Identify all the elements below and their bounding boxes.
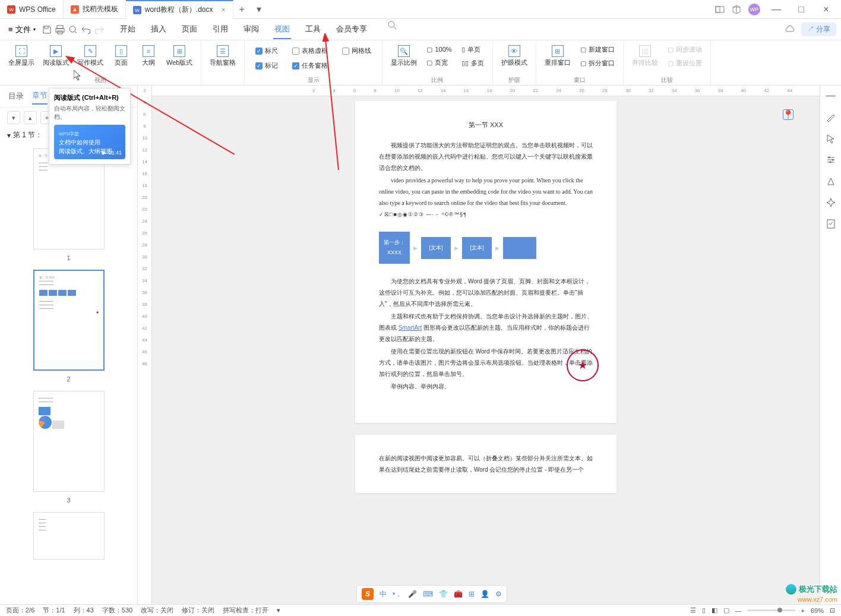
multi-page-button[interactable]: ▯▯ 多页: [458, 58, 488, 69]
nav-collapse-button[interactable]: ▾: [7, 111, 20, 124]
mark-checkbox[interactable]: ✓标记: [252, 60, 282, 71]
eye-protection-button[interactable]: 👁护眼模式: [498, 43, 531, 70]
nav-tab-toc[interactable]: 目录: [8, 91, 24, 104]
print-icon[interactable]: [55, 24, 65, 35]
menu-tab-view[interactable]: 视图: [273, 20, 291, 39]
cube-icon[interactable]: [732, 5, 741, 14]
menu-tab-page[interactable]: 页面: [181, 20, 198, 39]
cloud-icon[interactable]: [785, 24, 795, 35]
maximize-button[interactable]: □: [792, 4, 810, 15]
gridlines-checkbox[interactable]: 网格线: [339, 45, 375, 56]
reading-mode-button[interactable]: ▶阅读版式: [39, 43, 72, 70]
tab-add-button[interactable]: +: [233, 4, 251, 15]
nav-up-button[interactable]: ▴: [24, 111, 37, 124]
ime-toolbox-icon[interactable]: 🧰: [454, 590, 463, 598]
tab-document[interactable]: W word教程（新）.docx ×: [126, 0, 233, 19]
document-scroll[interactable]: 2468101214161820222426283032343638404244…: [152, 86, 820, 604]
ime-settings-icon[interactable]: ⚙: [495, 590, 502, 598]
zoom-ratio-button[interactable]: 🔍显示比例: [387, 43, 420, 70]
nav-pane-button[interactable]: ☰导航窗格: [206, 43, 239, 70]
document-area: 2468101214161820222426283032343638404244…: [138, 86, 820, 604]
save-icon[interactable]: [42, 24, 52, 35]
ad-icon[interactable]: [715, 5, 725, 14]
view-read-icon[interactable]: ▢: [723, 606, 729, 614]
file-menu[interactable]: ≡文件▾: [5, 24, 39, 35]
view-mode-icon[interactable]: ☰: [690, 606, 696, 614]
print-preview-icon[interactable]: [68, 24, 78, 35]
minimize-button[interactable]: —: [767, 4, 785, 15]
label: 同步滚动: [676, 45, 702, 54]
status-page[interactable]: 页面：2/6: [6, 606, 34, 615]
menu-tab-start[interactable]: 开始: [119, 20, 137, 39]
status-words[interactable]: 字数：530: [102, 606, 132, 615]
ime-mic-icon[interactable]: 🎤: [408, 590, 417, 598]
select-icon[interactable]: [826, 133, 836, 144]
writing-mode-button[interactable]: ✎写作模式: [74, 43, 107, 70]
status-spellcheck[interactable]: 拼写检查：打开: [223, 606, 268, 615]
page-width-button[interactable]: ▢ 页宽: [423, 57, 455, 68]
web-layout-button[interactable]: ⊞Web版式: [163, 43, 196, 70]
nav-tab-chapter[interactable]: 章节: [32, 90, 48, 105]
page-layout-button[interactable]: ▯页面: [108, 43, 134, 70]
single-page-button[interactable]: ▯ 单页: [458, 44, 488, 55]
status-revision[interactable]: 修订：关闭: [182, 606, 214, 615]
tab-menu-button[interactable]: ▾: [251, 4, 267, 15]
undo-icon[interactable]: [81, 24, 91, 35]
status-section[interactable]: 节：1/1: [43, 606, 65, 615]
zoom-out-button[interactable]: —: [735, 607, 742, 614]
ime-grid-icon[interactable]: ⊞: [469, 590, 475, 598]
task-pane-checkbox[interactable]: ✓任务窗格: [289, 60, 331, 71]
fit-button[interactable]: ⊡: [830, 606, 835, 614]
new-window-button[interactable]: ▢ 新建窗口: [577, 44, 618, 55]
thumbnail-2[interactable]: 第一节 XXX━━━━━━━━━━━━━━━━━━━━━━━━━━━━━━━━━…: [33, 270, 105, 371]
zoom-level[interactable]: 69%: [811, 607, 824, 614]
pen-icon[interactable]: [826, 112, 836, 122]
avatar[interactable]: WP: [748, 4, 760, 15]
view-page-icon[interactable]: ▯: [702, 606, 706, 614]
status-menu-icon[interactable]: ▾: [277, 606, 280, 614]
status-overwrite[interactable]: 改写：关闭: [141, 606, 173, 615]
menu-tab-reference[interactable]: 引用: [211, 20, 229, 39]
ime-toolbar[interactable]: S 中 •， 🎤 ⌨ 👕 🧰 ⊞ 👤 ⚙: [356, 585, 507, 603]
ime-lang-button[interactable]: 中: [380, 589, 387, 599]
menu-tab-review[interactable]: 审阅: [242, 20, 260, 39]
ime-keyboard-icon[interactable]: ⌨: [423, 590, 433, 598]
zoom-100-button[interactable]: ▢ 100%: [423, 45, 455, 55]
bookmark-icon[interactable]: [826, 219, 836, 229]
search-icon[interactable]: [387, 20, 398, 31]
outline-button[interactable]: ≡大纲: [135, 43, 162, 70]
fullscreen-button[interactable]: ⛶全屏显示: [5, 43, 38, 70]
rearrange-window-button[interactable]: ⊞重排窗口: [541, 43, 574, 70]
label: 任务窗格: [302, 61, 328, 70]
redo-icon[interactable]: [94, 24, 105, 35]
settings-icon[interactable]: [826, 154, 836, 165]
close-icon[interactable]: ×: [222, 6, 226, 14]
split-window-button[interactable]: ▢ 拆分窗口: [577, 58, 618, 69]
view-web-icon[interactable]: ◧: [712, 606, 717, 614]
tooltip-video[interactable]: WPS学堂 文档中如何使用 阅读版式、大纲视图 ▶ 01:41: [54, 125, 125, 159]
zoom-in-button[interactable]: +: [801, 607, 805, 614]
menu-tab-tools[interactable]: 工具: [304, 20, 322, 39]
share-button[interactable]: ↗ 分享: [801, 23, 836, 36]
close-button[interactable]: ×: [817, 4, 835, 15]
document-page[interactable]: 第一节 XXX 视频提供了功能强大的方法帮助您证明您的观点。当您单击联机视频时，…: [355, 101, 616, 423]
ai-icon[interactable]: [826, 197, 836, 208]
label: 拆分窗口: [589, 59, 615, 68]
location-marker[interactable]: 📍: [783, 103, 793, 120]
collapse-icon[interactable]: —: [826, 90, 836, 101]
status-column[interactable]: 列：43: [74, 606, 94, 615]
ime-user-icon[interactable]: 👤: [480, 590, 489, 598]
ruler-checkbox[interactable]: ✓标尺: [252, 45, 282, 56]
ime-punct-icon[interactable]: •，: [393, 589, 402, 599]
tab-wps-home[interactable]: W WPS Office: [0, 0, 64, 19]
menu-tab-insert[interactable]: 插入: [150, 20, 167, 39]
document-page-2[interactable]: 在新的阅读视图中阅读更加容易。可以（折叠文档）某些部分并关注所需文本。如果在达到…: [355, 435, 616, 493]
tab-docer[interactable]: 找稻壳模板: [64, 0, 126, 19]
table-virt-checkbox[interactable]: 表格虚框: [289, 45, 331, 56]
thumbnail-3[interactable]: ━━━━━━━━━━━━━━━━: [33, 391, 105, 492]
docer-icon[interactable]: [826, 176, 836, 187]
menu-tab-member[interactable]: 会员专享: [335, 20, 368, 39]
zoom-slider[interactable]: [748, 609, 795, 611]
thumbnail-4[interactable]: ━━━━━━━━━━━━━━━━: [33, 512, 105, 560]
ime-shirt-icon[interactable]: 👕: [439, 590, 448, 598]
